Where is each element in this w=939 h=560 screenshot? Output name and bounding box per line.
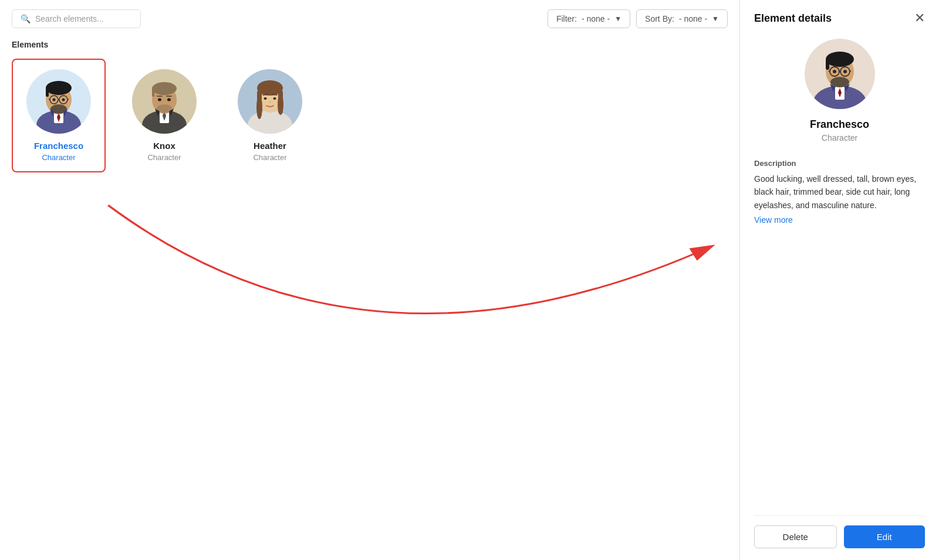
search-box[interactable]: 🔍 Search elements... bbox=[12, 9, 141, 28]
elements-grid: Franchesco Character bbox=[12, 59, 728, 172]
search-placeholder: Search elements... bbox=[35, 14, 104, 23]
svg-point-47 bbox=[826, 52, 854, 67]
close-button[interactable]: ✕ bbox=[914, 12, 925, 25]
filter-sort-controls: Filter: - none - ▼ Sort By: - none - ▼ bbox=[548, 9, 728, 28]
filter-arrow-icon: ▼ bbox=[614, 15, 622, 23]
svg-rect-48 bbox=[826, 59, 829, 70]
svg-point-36 bbox=[278, 94, 283, 115]
avatar-knox bbox=[132, 69, 197, 134]
top-bar: 🔍 Search elements... Filter: - none - ▼ … bbox=[12, 9, 728, 28]
search-icon: 🔍 bbox=[21, 14, 31, 23]
svg-rect-5 bbox=[46, 88, 49, 97]
elements-section-label: Elements bbox=[12, 40, 728, 49]
card-type-knox: Character bbox=[147, 153, 181, 162]
svg-point-4 bbox=[46, 81, 72, 95]
svg-line-11 bbox=[67, 99, 69, 100]
svg-point-37 bbox=[264, 97, 267, 100]
svg-point-24 bbox=[167, 99, 171, 101]
filter-dropdown[interactable]: Filter: - none - ▼ bbox=[548, 9, 630, 28]
avatar-heather bbox=[238, 69, 302, 134]
svg-point-56 bbox=[843, 70, 847, 73]
panel-avatar-svg bbox=[805, 39, 875, 109]
avatar-franchesco bbox=[26, 69, 91, 134]
svg-line-39 bbox=[263, 94, 268, 95]
view-more-link[interactable]: View more bbox=[754, 215, 925, 225]
svg-point-30 bbox=[248, 110, 292, 134]
card-name-knox: Knox bbox=[153, 141, 175, 151]
card-name-heather: Heather bbox=[254, 141, 286, 151]
sortby-label: Sort By: bbox=[645, 14, 674, 23]
svg-point-38 bbox=[273, 97, 276, 100]
sortby-dropdown[interactable]: Sort By: - none - ▼ bbox=[636, 9, 728, 28]
avatar-svg-knox bbox=[132, 69, 197, 134]
element-card-knox[interactable]: Knox Character bbox=[117, 59, 211, 172]
elements-section: Elements bbox=[12, 40, 728, 172]
filter-label: Filter: bbox=[556, 14, 577, 23]
element-card-franchesco[interactable]: Franchesco Character bbox=[12, 59, 106, 172]
svg-point-13 bbox=[62, 99, 65, 101]
description-text: Good lucking, well dressed, tall, brown … bbox=[754, 172, 925, 212]
edit-button[interactable]: Edit bbox=[844, 525, 926, 548]
card-type-franchesco: Character bbox=[42, 153, 75, 162]
svg-point-55 bbox=[833, 70, 836, 73]
panel-character-name: Franchesco bbox=[754, 118, 925, 131]
delete-button[interactable]: Delete bbox=[754, 525, 837, 548]
main-content: 🔍 Search elements... Filter: - none - ▼ … bbox=[0, 0, 739, 560]
panel-spacer bbox=[754, 225, 925, 515]
panel-avatar bbox=[805, 39, 875, 109]
card-name-franchesco: Franchesco bbox=[34, 141, 83, 151]
sortby-value: - none - bbox=[679, 14, 707, 23]
sortby-arrow-icon: ▼ bbox=[712, 15, 719, 23]
element-card-heather[interactable]: Heather Character bbox=[223, 59, 317, 172]
svg-rect-21 bbox=[152, 89, 154, 97]
svg-line-40 bbox=[272, 94, 277, 95]
panel-title: Element details bbox=[754, 12, 832, 25]
panel-buttons: Delete Edit bbox=[754, 515, 925, 548]
avatar-svg-franchesco bbox=[26, 69, 91, 134]
svg-line-53 bbox=[829, 71, 830, 72]
svg-point-35 bbox=[256, 96, 262, 119]
description-label: Description bbox=[754, 159, 925, 168]
panel-character-type: Character bbox=[754, 133, 925, 142]
svg-line-10 bbox=[49, 99, 50, 100]
right-panel: Element details ✕ bbox=[739, 0, 939, 560]
panel-header: Element details ✕ bbox=[754, 12, 925, 25]
svg-point-41 bbox=[269, 101, 271, 103]
card-type-heather: Character bbox=[253, 153, 286, 162]
avatar-svg-heather bbox=[238, 69, 302, 134]
svg-point-12 bbox=[53, 99, 56, 101]
svg-point-20 bbox=[152, 82, 177, 95]
filter-value: - none - bbox=[582, 14, 610, 23]
svg-line-54 bbox=[850, 71, 851, 72]
svg-point-23 bbox=[158, 99, 161, 101]
